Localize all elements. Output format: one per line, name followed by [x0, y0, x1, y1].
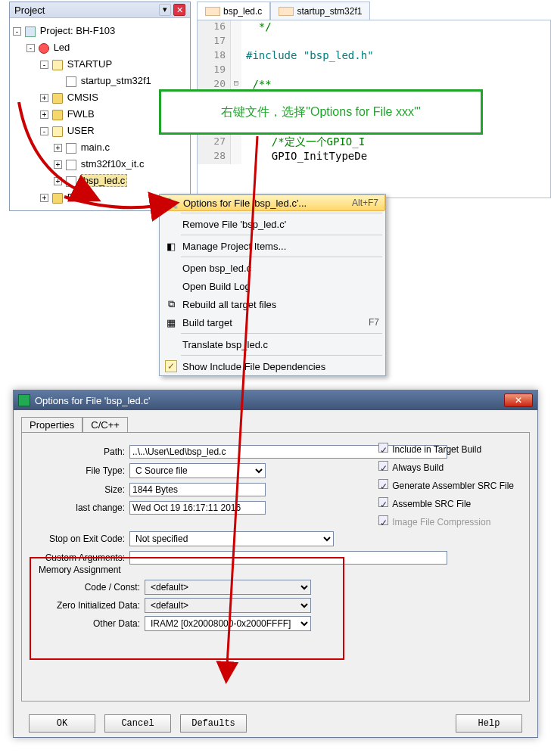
folder-open-icon [52, 126, 63, 137]
gutter: 16 [198, 20, 231, 35]
project-title: Project [14, 5, 45, 16]
folder-icon [52, 110, 63, 120]
lastchange-label: last change: [33, 502, 129, 513]
check-icon: ✓ [165, 360, 177, 372]
menu-manage-project[interactable]: ◧Manage Project Items... [160, 237, 385, 255]
fold-icon[interactable] [231, 150, 241, 164]
source-text: #include "bsp_led.h" [241, 49, 374, 64]
file-icon [66, 160, 76, 170]
gutter: 27 [198, 135, 231, 150]
source-text: /*定义一个GPIO_I [241, 135, 365, 150]
checkbox-group: Include in Target Build Always Build Gen… [378, 440, 514, 531]
target-icon [39, 43, 49, 54]
tree-startup[interactable]: STARTUP [67, 58, 112, 70]
dialog-tabs: Properties C/C++ [21, 416, 530, 432]
menu-open-build-log[interactable]: Open Build Log [160, 277, 385, 295]
otherdata-label: Other Data: [39, 618, 145, 629]
cb-img-compress: Image File Compression [378, 513, 514, 531]
menu-show-dependencies[interactable]: ✓Show Include File Dependencies [160, 357, 385, 375]
project-title-bar: Project ▾ ✕ [10, 2, 190, 18]
tab-icon [279, 7, 294, 16]
gutter: 18 [198, 49, 231, 64]
tab-ccpp[interactable]: C/C++ [82, 417, 128, 433]
file-icon [66, 76, 76, 87]
rebuild-icon: ⧉ [163, 298, 179, 310]
source-text: */ [241, 20, 272, 35]
fold-icon[interactable] [231, 135, 241, 150]
cb-always-build[interactable]: Always Build [378, 459, 514, 477]
tab-bsp-led[interactable]: bsp_led.c [197, 2, 270, 20]
project-icon [25, 26, 36, 37]
tree-mainc[interactable]: main.c [81, 142, 110, 153]
codeconst-label: Code / Const: [39, 582, 145, 593]
code-line[interactable]: 19 [198, 64, 550, 78]
lastchange-field [129, 501, 266, 515]
tree-stm32it[interactable]: stm32f10x_it.c [81, 158, 145, 170]
ok-button[interactable]: OK [29, 714, 95, 733]
zeroinit-select[interactable]: <default> [145, 598, 311, 613]
wrench-icon: 🔧 [163, 198, 180, 209]
tree-led[interactable]: Led [54, 42, 70, 53]
source-text [241, 64, 246, 78]
help-button[interactable]: Help [456, 714, 522, 733]
menu-rebuild-all[interactable]: ⧉Rebuild all target files [160, 295, 385, 313]
code-line[interactable]: 16 */ [198, 20, 550, 35]
size-label: Size: [33, 484, 129, 495]
cb-asm-src[interactable]: Assemble SRC File [378, 495, 514, 513]
fold-icon[interactable] [231, 35, 241, 49]
stopexit-label: Stop on Exit Code: [33, 534, 129, 544]
dialog-buttons: OK Cancel Defaults Help [14, 714, 537, 733]
filetype-select[interactable]: C Source file [129, 463, 266, 478]
close-icon[interactable]: ✕ [504, 394, 533, 407]
tree-startup-file[interactable]: startup_stm32f1 [81, 75, 151, 86]
menu-open-file[interactable]: Open bsp_led.c [160, 259, 385, 277]
tree-bspled[interactable]: bsp_led.c [81, 174, 128, 187]
close-icon[interactable]: ✕ [173, 4, 185, 16]
fold-icon[interactable] [231, 64, 241, 78]
stopexit-select[interactable]: Not specified [129, 531, 334, 546]
checkbox-icon [378, 479, 388, 489]
source-text: GPIO_InitTypeDe [241, 150, 367, 164]
pin-icon[interactable]: ▾ [159, 4, 171, 16]
tab-startup[interactable]: startup_stm32f1 [270, 2, 370, 20]
tree-cmsis[interactable]: CMSIS [67, 92, 98, 103]
gutter: 17 [198, 35, 231, 49]
build-icon: ▦ [163, 317, 179, 328]
dialog-title: Options for File 'bsp_led.c' [35, 395, 150, 406]
file-icon [66, 143, 76, 154]
dialog-title-bar[interactable]: Options for File 'bsp_led.c' ✕ [14, 390, 537, 410]
memory-title: Memory Assignment [39, 565, 335, 575]
code-line[interactable]: 28 GPIO_InitTypeDe [198, 150, 550, 164]
gutter: 28 [198, 150, 231, 164]
folder-icon [52, 93, 63, 104]
code-line[interactable]: 27 /*定义一个GPIO_I [198, 135, 550, 150]
code-line[interactable]: 18#include "bsp_led.h" [198, 49, 550, 64]
cb-include-build[interactable]: Include in Target Build [378, 440, 514, 459]
checkbox-icon [378, 497, 388, 507]
instruction-tip: 右键文件，选择"Options for File xxx'" [159, 89, 483, 135]
tree-fwlb[interactable]: FWLB [67, 108, 95, 120]
codeconst-select[interactable]: <default> [145, 580, 311, 595]
fold-icon[interactable] [231, 20, 241, 35]
otherdata-select[interactable]: IRAM2 [0x20008000-0x2000FFFF] [145, 616, 311, 631]
tree-root[interactable]: Project: BH-F103 [40, 25, 116, 36]
tab-properties[interactable]: Properties [21, 417, 82, 433]
menu-translate[interactable]: Translate bsp_led.c [160, 335, 385, 353]
fold-icon[interactable] [231, 49, 241, 64]
source-text [241, 35, 246, 49]
menu-remove-file[interactable]: Remove File 'bsp_led.c' [160, 215, 385, 233]
menu-build-target[interactable]: ▦Build targetF7 [160, 313, 385, 331]
options-dialog: Options for File 'bsp_led.c' ✕ Propertie… [13, 390, 538, 738]
defaults-button[interactable]: Defaults [180, 714, 247, 733]
cancel-button[interactable]: Cancel [104, 714, 171, 733]
filetype-label: File Type: [33, 465, 129, 476]
cb-gen-asm[interactable]: Generate Assembler SRC File [378, 477, 514, 495]
editor-tabs: bsp_led.c startup_stm32f1 [197, 2, 370, 20]
path-label: Path: [33, 446, 129, 457]
code-line[interactable]: 17 [198, 35, 550, 49]
tree-user[interactable]: USER [67, 125, 95, 136]
checkbox-icon [378, 443, 388, 453]
tree-doc[interactable]: DOC [67, 191, 89, 203]
expand-icon[interactable]: - [13, 27, 21, 36]
menu-options-for-file[interactable]: 🔧Options for File 'bsp_led.c'...Alt+F7 [160, 194, 385, 211]
